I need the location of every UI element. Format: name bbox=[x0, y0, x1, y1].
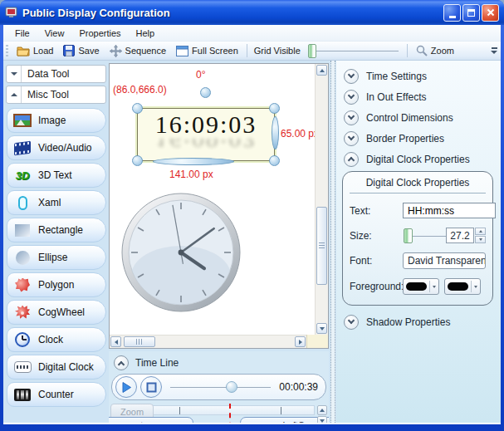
collapse-circle-button[interactable] bbox=[114, 355, 129, 370]
resize-handle-top-right[interactable] bbox=[269, 103, 280, 114]
section-time-settings[interactable]: Time Settings bbox=[336, 66, 501, 86]
toolbar-grip[interactable] bbox=[6, 45, 8, 56]
full-screen-button[interactable]: Full Screen bbox=[171, 44, 243, 58]
maximize-button[interactable] bbox=[462, 4, 480, 22]
collapse-circle-button[interactable] bbox=[344, 152, 359, 167]
analog-clock-element[interactable] bbox=[120, 191, 242, 314]
chevron-down-icon bbox=[348, 317, 355, 324]
size-spinner[interactable]: 27.2 bbox=[446, 228, 486, 243]
load-button[interactable]: Load bbox=[12, 44, 58, 58]
spinner-buttons bbox=[475, 228, 486, 243]
tool-item-xaml[interactable]: Xaml bbox=[7, 190, 106, 215]
tool-item-polygon[interactable]: Polygon bbox=[7, 272, 106, 297]
resize-handle-right[interactable] bbox=[272, 116, 279, 149]
resize-handle-bottom-right[interactable] bbox=[269, 155, 280, 166]
cogwheel-icon bbox=[12, 306, 32, 320]
play-button[interactable] bbox=[115, 376, 137, 398]
scroll-up-button[interactable] bbox=[316, 65, 327, 76]
menu-file[interactable]: File bbox=[7, 26, 37, 41]
tool-item-cogwheel[interactable]: CogWheel bbox=[7, 300, 106, 325]
save-button[interactable]: Save bbox=[58, 43, 104, 58]
vertical-scroll-thumb[interactable] bbox=[316, 207, 327, 285]
scroll-up-button[interactable] bbox=[317, 405, 327, 415]
section-control-dimensions[interactable]: Control Dimensions bbox=[336, 107, 501, 128]
menu-properties[interactable]: Properties bbox=[71, 26, 128, 41]
tool-item-clock[interactable]: Clock bbox=[7, 327, 106, 352]
track-item[interactable]: LeftGau bbox=[240, 417, 329, 423]
scroll-left-button[interactable] bbox=[110, 336, 121, 347]
timeline-slider[interactable] bbox=[170, 380, 271, 394]
menu-help[interactable]: Help bbox=[129, 26, 163, 41]
folder-icon bbox=[17, 46, 30, 56]
slider-thumb[interactable] bbox=[226, 381, 237, 393]
polygon-icon bbox=[12, 278, 32, 292]
track-item[interactable]: ometer bbox=[109, 417, 193, 423]
expand-circle-button[interactable] bbox=[344, 131, 359, 146]
expand-circle-button[interactable] bbox=[344, 69, 359, 84]
tool-item-image[interactable]: Image bbox=[7, 108, 106, 133]
expand-circle-button[interactable] bbox=[344, 90, 359, 105]
spin-up-button[interactable] bbox=[475, 228, 486, 235]
canvas-viewport[interactable]: 0° (86.0,666.0) 16:09:03 16:09:03 65.00 … bbox=[110, 64, 315, 335]
sidebar-group-misc-tool[interactable]: Misc Tool bbox=[6, 86, 106, 104]
foreground-color-picker-2[interactable] bbox=[444, 278, 481, 295]
panel-splitter[interactable] bbox=[330, 61, 335, 423]
arrow-down-icon bbox=[320, 327, 325, 331]
sequence-button[interactable]: Sequence bbox=[105, 43, 172, 59]
timeline-header[interactable]: Time Line bbox=[109, 351, 329, 373]
font-combobox[interactable]: David Transparent bbox=[403, 252, 486, 269]
grid-visible-slider[interactable] bbox=[307, 44, 400, 58]
size-slider[interactable] bbox=[403, 228, 446, 243]
xaml-icon bbox=[12, 196, 32, 210]
foreground-color-picker-1[interactable] bbox=[403, 278, 439, 295]
tool-item-digital-clock[interactable]: Digital Clock bbox=[7, 355, 106, 380]
sidebar-group-data-tool[interactable]: Data Tool bbox=[6, 65, 106, 83]
toolbar-overflow-button[interactable] bbox=[488, 43, 500, 59]
size-label: Size: bbox=[350, 230, 403, 242]
menu-view[interactable]: View bbox=[37, 26, 72, 41]
minimize-icon bbox=[449, 16, 456, 18]
design-canvas[interactable]: 0° (86.0,666.0) 16:09:03 16:09:03 65.00 … bbox=[109, 63, 329, 349]
slider-thumb[interactable] bbox=[308, 44, 316, 58]
size-value[interactable]: 27.2 bbox=[446, 228, 474, 243]
vertical-scrollbar[interactable] bbox=[315, 64, 328, 335]
section-in-out-effects[interactable]: In Out Effects bbox=[336, 86, 501, 107]
tool-item-rectangle[interactable]: Rectangle bbox=[7, 218, 106, 242]
horizontal-scrollbar[interactable] bbox=[110, 335, 306, 348]
resize-handle-top-left[interactable] bbox=[132, 103, 143, 114]
tool-item-ellipse[interactable]: Ellipse bbox=[7, 245, 106, 270]
resize-handle-bottom-left[interactable] bbox=[132, 155, 143, 166]
expand-circle-button[interactable] bbox=[344, 315, 359, 330]
expand-button[interactable] bbox=[7, 66, 22, 82]
tool-item-video-audio[interactable]: Video/Audio bbox=[7, 135, 106, 160]
tool-label: Rectangle bbox=[38, 224, 83, 236]
tool-item-3d-text[interactable]: 3D 3D Text bbox=[7, 163, 106, 188]
scroll-right-button[interactable] bbox=[295, 336, 306, 347]
horizontal-scroll-thumb[interactable] bbox=[124, 336, 155, 347]
scroll-down-button[interactable] bbox=[317, 416, 327, 423]
rotation-handle[interactable] bbox=[200, 87, 211, 98]
section-digital-clock-properties[interactable]: Digital Clock Properties bbox=[336, 149, 501, 169]
text-label: Text: bbox=[350, 205, 403, 217]
resize-handle-bottom[interactable] bbox=[153, 158, 234, 165]
expand-circle-button[interactable] bbox=[344, 110, 359, 125]
tool-label: 3D Text bbox=[38, 169, 71, 181]
scroll-down-button[interactable] bbox=[316, 323, 327, 334]
chevron-down-icon bbox=[348, 92, 355, 99]
minimize-button[interactable] bbox=[443, 4, 461, 22]
playhead-marker[interactable] bbox=[229, 404, 231, 423]
stop-button[interactable] bbox=[140, 376, 162, 398]
tool-list: Image Video/Audio 3D 3D Text Xaml bbox=[7, 108, 106, 409]
digital-clock-element[interactable]: 16:09:03 16:09:03 bbox=[137, 108, 275, 161]
spin-down-button[interactable] bbox=[475, 236, 486, 243]
main-area: Data Tool Misc Tool Image Video/Audio bbox=[3, 61, 501, 423]
section-shadow-properties[interactable]: Shadow Properties bbox=[336, 311, 501, 332]
tracks-mini-scrollbar[interactable] bbox=[317, 405, 327, 423]
slider-thumb[interactable] bbox=[404, 228, 413, 243]
close-button[interactable] bbox=[482, 4, 499, 22]
zoom-button[interactable]: Zoom bbox=[411, 43, 459, 58]
section-border-properties[interactable]: Border Properties bbox=[336, 128, 501, 149]
collapse-button[interactable] bbox=[7, 86, 22, 103]
text-input[interactable] bbox=[403, 203, 496, 218]
tool-item-counter[interactable]: Counter bbox=[7, 382, 106, 407]
